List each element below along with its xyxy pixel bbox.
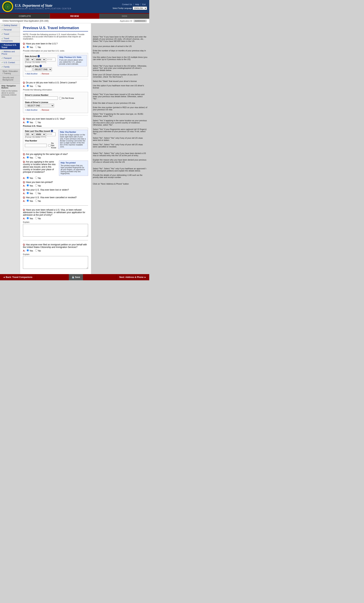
q2-yes-radio[interactable] [27, 85, 29, 87]
q7-yes-label[interactable]: Yes [27, 192, 33, 195]
sidebar-item-travel[interactable]: ✓ Travel [0, 32, 20, 36]
q6-yes-radio[interactable] [27, 184, 29, 186]
length-stay-unit[interactable]: -SELECT ONE- Days Months [33, 68, 52, 71]
annotation-21: Click on "Next: Address & Phone" button [93, 183, 147, 185]
app-id: Application ID AA00XXXX [120, 20, 147, 22]
q3-no-radio[interactable] [35, 121, 37, 123]
q6-no-label[interactable]: No [35, 185, 41, 187]
sidebar-item-previous-us-travel[interactable]: ✓ Previous U.S. Travel [0, 43, 20, 49]
annotation-13: Select "Yes" if applying in the same loc… [93, 119, 147, 126]
q10-no-label[interactable]: No [35, 250, 41, 252]
q3-form: Date Last Visa Was Issued i DD MMM (Form… [23, 128, 88, 151]
length-stay-info-icon[interactable]: i [39, 65, 42, 67]
q10-yes-label[interactable]: Yes [27, 250, 33, 252]
q3-yes-label[interactable]: Yes [27, 121, 33, 124]
annotation-12: Select "Yes" if applying for the same vi… [93, 113, 147, 117]
sidebar-item-family[interactable]: ✓ Family [0, 65, 20, 69]
q4-yes-label[interactable]: Yes [27, 157, 33, 159]
q2-add-another[interactable]: + Add Another [25, 109, 37, 111]
sidebar-item-work-education[interactable]: Work / Education / Training [0, 69, 20, 76]
sidebar-item-travel-companions[interactable]: ✓ Travel Companions [0, 36, 20, 43]
q8-no-label[interactable]: No [35, 200, 41, 202]
q4-no-radio[interactable] [35, 156, 37, 159]
state-license-select[interactable]: - SELECT ONE - AlabamaAlaskaArizona [25, 104, 54, 107]
q1-no-radio[interactable] [35, 46, 37, 48]
exit-link[interactable]: Exit [141, 3, 147, 5]
date-arrived-info-icon[interactable]: i [37, 55, 40, 57]
visa-date-month[interactable]: MMM [35, 132, 46, 136]
q9-explain-label: Explain [23, 221, 88, 223]
q1-remove[interactable]: - Remove [40, 73, 49, 75]
annotation-3: Enter the number of days or months of yo… [93, 49, 147, 54]
date-arrived-month[interactable]: MMM [35, 58, 46, 61]
visa-date-year[interactable] [47, 132, 56, 136]
q9-explain-textarea[interactable] [23, 224, 88, 237]
help-link[interactable]: Help [134, 3, 141, 5]
progress-review[interactable]: REVIEW [50, 14, 100, 19]
q1-help-title: Help: Previous U.S. Visits [59, 56, 85, 58]
q9-yes-radio[interactable] [27, 217, 29, 219]
q5-no-label[interactable]: No [35, 177, 41, 179]
sidebar-item-us-contact[interactable]: ✓ U.S. Contact [0, 60, 20, 65]
q9-no-label[interactable]: No [35, 217, 41, 220]
q5-yes-radio[interactable] [27, 176, 29, 179]
date-arrived-year[interactable] [47, 58, 56, 61]
q4-answer: A: Yes No [23, 156, 88, 159]
save-button[interactable]: 💾 Save [69, 274, 83, 280]
q1-yes-label[interactable]: Yes [27, 46, 33, 49]
do-not-know-label[interactable]: Do Not Know [59, 97, 74, 99]
q2-no-label[interactable]: No [35, 85, 41, 88]
q1-no-label[interactable]: No [35, 46, 41, 49]
annotation-2: Enter your previous date of arrival in t… [93, 45, 147, 47]
sidebar-item-security-background[interactable]: Security and Background [0, 76, 20, 82]
sidebar-item-getting-started[interactable]: ✓ Getting Started [0, 23, 20, 28]
q6-no-radio[interactable] [35, 184, 37, 186]
q2-no-radio[interactable] [35, 85, 37, 87]
q8-yes-label[interactable]: Yes [27, 200, 33, 202]
q1-yes-radio[interactable] [27, 46, 29, 48]
visa-do-not-know-label[interactable]: Do Not Know [48, 142, 56, 149]
q7-yes-radio[interactable] [27, 192, 29, 194]
lang-select[interactable]: ENGLISH [133, 7, 147, 10]
q10-yes-radio[interactable] [27, 249, 29, 252]
sidebar-item-passport[interactable]: ✓ Passport [0, 56, 20, 60]
license-number-input[interactable] [25, 96, 58, 100]
q6-yes-label[interactable]: Yes [27, 185, 33, 187]
q3-no-label[interactable]: No [35, 121, 41, 124]
q3-yes-radio[interactable] [27, 121, 29, 123]
q5-help-title: Help: Ten-printed [61, 162, 86, 164]
do-not-know-checkbox[interactable] [59, 97, 61, 99]
visa-do-not-know-checkbox[interactable] [48, 144, 51, 147]
q5-yes-label[interactable]: Yes [27, 177, 33, 179]
q9-no-radio[interactable] [35, 217, 37, 219]
length-of-stay-label: Length of Stay [25, 65, 39, 67]
q7-no-radio[interactable] [35, 192, 37, 194]
visa-date-day[interactable]: DD [25, 132, 34, 136]
content-area: Previous U.S. Travel Information NOTE: P… [20, 23, 91, 274]
q4-yes-radio[interactable] [27, 156, 29, 159]
q8-yes-radio[interactable] [27, 199, 29, 202]
q2-remove[interactable]: - Remove [40, 109, 49, 111]
next-button[interactable]: Next: Address & Phone ► [116, 274, 149, 280]
date-arrived-day[interactable]: DD [25, 58, 34, 61]
q2-yes-label[interactable]: Yes [27, 85, 33, 88]
q8-no-radio[interactable] [35, 199, 37, 202]
length-stay-days[interactable] [25, 68, 32, 71]
sidebar-item-personal[interactable]: ✓ Personal [0, 28, 20, 32]
q9-yes-label[interactable]: Yes [27, 217, 33, 220]
date-visa-info-icon[interactable]: i [51, 130, 53, 132]
visa-number-field: Visa Number Do Not Know [25, 139, 56, 149]
q10-explain-textarea[interactable] [23, 256, 88, 269]
q5-no-radio[interactable] [35, 176, 37, 179]
q1-add-another[interactable]: + Add Another [25, 73, 37, 75]
visa-number-input[interactable] [25, 144, 47, 147]
q4-no-label[interactable]: No [35, 157, 41, 159]
progress-complete[interactable]: COMPLETE [0, 14, 50, 19]
progress-sign[interactable]: SIGN [100, 14, 149, 19]
sidebar-item-address-phone[interactable]: ✓ Address and Phone [0, 49, 20, 56]
q7-no-label[interactable]: No [35, 192, 41, 195]
q10-no-radio[interactable] [35, 249, 37, 252]
state-license-label: State of Driver's License [25, 101, 86, 103]
back-button[interactable]: ◄ Back: Travel Companions [0, 274, 35, 280]
contact-us-link[interactable]: Contact Us [121, 3, 134, 5]
